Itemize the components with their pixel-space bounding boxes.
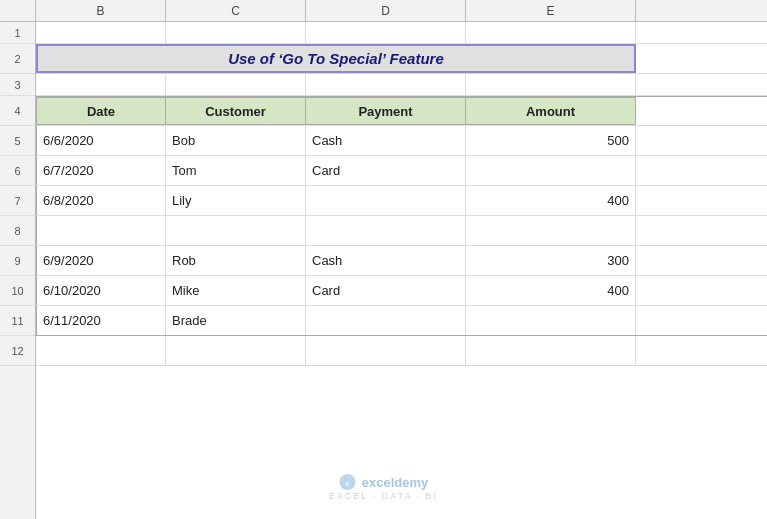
cell-b4-header: Date (36, 97, 166, 125)
corner-cell (0, 0, 36, 21)
grid-row-12 (36, 336, 767, 366)
sheet-body: 1 2 3 4 5 6 7 8 9 10 11 12 (0, 22, 767, 519)
cell-e7: 400 (466, 186, 636, 215)
cell-e4-header: Amount (466, 97, 636, 125)
spreadsheet: B C D E 1 2 3 4 5 6 7 8 9 10 11 12 (0, 0, 767, 519)
row-num-7: 7 (0, 186, 35, 216)
cell-d9: Cash (306, 246, 466, 275)
grid-row-4: Date Customer Payment Amount (36, 96, 767, 126)
cell-d5: Cash (306, 126, 466, 155)
cell-d4-header: Payment (306, 97, 466, 125)
cell-c11: Brade (166, 306, 306, 335)
col-header-b: B (36, 0, 166, 21)
cell-b6: 6/7/2020 (36, 156, 166, 185)
cell-c6: Tom (166, 156, 306, 185)
cell-b12 (36, 336, 166, 365)
grid-row-11: 6/11/2020 Brade (36, 306, 767, 336)
row-num-1: 1 (0, 22, 35, 44)
cell-d7 (306, 186, 466, 215)
grid-area: Use of ‘Go To Special’ Feature Date Cust… (36, 22, 767, 519)
grid-row-10: 6/10/2020 Mike Card 400 (36, 276, 767, 306)
cell-d11 (306, 306, 466, 335)
cell-b3 (36, 74, 166, 95)
grid-row-1 (36, 22, 767, 44)
grid-row-3 (36, 74, 767, 96)
cell-c3 (166, 74, 306, 95)
grid-row-6: 6/7/2020 Tom Card (36, 156, 767, 186)
title-text: Use of ‘Go To Special’ Feature (228, 50, 444, 67)
cell-c5: Bob (166, 126, 306, 155)
row-num-4: 4 (0, 96, 35, 126)
column-headers: B C D E (0, 0, 767, 22)
cell-b8 (36, 216, 166, 245)
row-num-3: 3 (0, 74, 35, 96)
row-num-5: 5 (0, 126, 35, 156)
row-num-11: 11 (0, 306, 35, 336)
cell-c12 (166, 336, 306, 365)
grid-row-5: 6/6/2020 Bob Cash 500 (36, 126, 767, 156)
watermark-logo-row: e exceldemy (339, 473, 429, 491)
cell-d3 (306, 74, 466, 95)
cell-e8 (466, 216, 636, 245)
row-num-6: 6 (0, 156, 35, 186)
cell-d12 (306, 336, 466, 365)
row-num-9: 9 (0, 246, 35, 276)
title-cell: Use of ‘Go To Special’ Feature (36, 44, 636, 73)
cell-c7: Lily (166, 186, 306, 215)
watermark-tagline: EXCEL · DATA · BI (329, 491, 438, 501)
watermark-logo-icon: e (339, 473, 357, 491)
cell-e6 (466, 156, 636, 185)
cell-e1 (466, 22, 636, 43)
row-num-8: 8 (0, 216, 35, 246)
grid-row-7: 6/8/2020 Lily 400 (36, 186, 767, 216)
cell-b1 (36, 22, 166, 43)
row-num-2: 2 (0, 44, 35, 74)
cell-e11 (466, 306, 636, 335)
cell-d8 (306, 216, 466, 245)
cell-c4-header: Customer (166, 97, 306, 125)
cell-e12 (466, 336, 636, 365)
svg-text:e: e (346, 479, 351, 488)
cell-c10: Mike (166, 276, 306, 305)
watermark: e exceldemy EXCEL · DATA · BI (329, 473, 438, 501)
row-numbers: 1 2 3 4 5 6 7 8 9 10 11 12 (0, 22, 36, 519)
cell-b7: 6/8/2020 (36, 186, 166, 215)
grid-row-9: 6/9/2020 Rob Cash 300 (36, 246, 767, 276)
cell-e9: 300 (466, 246, 636, 275)
cell-c8 (166, 216, 306, 245)
row-num-12: 12 (0, 336, 35, 366)
cell-b11: 6/11/2020 (36, 306, 166, 335)
cell-d6: Card (306, 156, 466, 185)
col-header-e: E (466, 0, 636, 21)
cell-b10: 6/10/2020 (36, 276, 166, 305)
grid-row-2: Use of ‘Go To Special’ Feature (36, 44, 767, 74)
cell-e5: 500 (466, 126, 636, 155)
cell-b5: 6/6/2020 (36, 126, 166, 155)
col-header-d: D (306, 0, 466, 21)
cell-e3 (466, 74, 636, 95)
watermark-brand: exceldemy (362, 475, 429, 490)
grid-row-8 (36, 216, 767, 246)
cell-c9: Rob (166, 246, 306, 275)
cell-b9: 6/9/2020 (36, 246, 166, 275)
row-num-10: 10 (0, 276, 35, 306)
cell-e10: 400 (466, 276, 636, 305)
cell-d1 (306, 22, 466, 43)
cell-c1 (166, 22, 306, 43)
cell-d10: Card (306, 276, 466, 305)
col-header-c: C (166, 0, 306, 21)
